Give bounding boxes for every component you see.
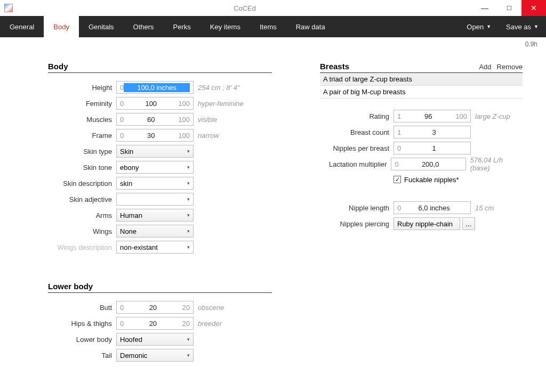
remove-button[interactable]: Remove [497,63,523,71]
tab-items[interactable]: Items [250,16,286,37]
hint-height: 254 cm ; 8' 4" [198,84,240,92]
tab-key-items[interactable]: Key items [200,16,250,37]
chevron-down-icon: ▾ [187,149,190,154]
tab-others[interactable]: Others [124,16,164,37]
chevron-down-icon: ▾ [187,165,190,170]
tab-raw-data[interactable]: Raw data [286,16,335,37]
caret-down-icon: ▼ [486,24,491,29]
chevron-down-icon: ▾ [187,353,190,358]
input-feminity[interactable]: 0100100 [116,97,194,110]
maximize-button[interactable]: ☐ [497,0,521,16]
list-item[interactable]: A triad of large Z-cup breasts [320,73,523,86]
combo-wings-desc[interactable]: non-existant▾ [116,241,194,254]
combo-skin-desc[interactable]: skin▾ [116,177,194,190]
tab-body[interactable]: Body [44,16,79,37]
chevron-down-icon: ▾ [187,213,190,218]
chevron-down-icon: ▾ [187,337,190,342]
label-feminity: Feminity [48,100,112,108]
save-as-label: Save as [506,23,531,31]
input-breast-count[interactable]: 13 [394,126,471,138]
window-title: CoCEd [17,4,472,12]
chevron-down-icon: ▾ [187,244,190,250]
chevron-down-icon: ▾ [187,181,190,186]
navbar: General Body Genitals Others Perks Key i… [0,16,546,37]
minimize-button[interactable]: — [472,0,497,16]
input-height[interactable]: 0 100,0 inches [116,81,194,94]
combo-arms[interactable]: Human▾ [116,209,194,222]
chevron-down-icon: ▾ [187,228,190,234]
list-item[interactable]: A pair of big M-cup breasts [320,86,523,99]
open-label: Open [467,23,484,31]
version-label: 0.9h [525,40,537,48]
combo-tail[interactable]: Demonic▾ [116,349,194,362]
caret-down-icon: ▼ [534,24,539,29]
input-hips[interactable]: 02020 [116,317,194,330]
input-muscles[interactable]: 060100 [116,113,194,126]
input-nipple-length[interactable]: 06,0 inches [394,201,471,214]
checkbox-fuckable[interactable]: ✓ [394,176,401,183]
chevron-down-icon: ▾ [187,197,190,202]
section-body-title: Body [48,62,272,73]
combo-wings[interactable]: None▾ [116,225,194,238]
checkbox-fuckable-label: Fuckable nipples* [404,176,459,184]
tab-genitals[interactable]: Genitals [79,16,124,37]
input-nipples-per[interactable]: 01 [394,142,471,154]
section-lowerbody-title: Lower body [48,282,272,293]
tab-general[interactable]: General [0,16,44,37]
tab-perks[interactable]: Perks [164,16,200,37]
combo-piercing[interactable]: Ruby nipple-chain [394,217,460,230]
combo-skin-tone[interactable]: ebony▾ [116,161,194,174]
combo-lower-body[interactable]: Hoofed▾ [116,333,194,346]
combo-skin-type[interactable]: Skin▾ [116,145,194,158]
input-frame[interactable]: 030100 [116,129,194,142]
save-as-menu[interactable]: Save as▼ [499,16,546,37]
add-button[interactable]: Add [479,63,491,71]
close-button[interactable]: ✕ [521,0,546,16]
input-lactation[interactable]: 0200,0 [391,158,465,170]
open-menu[interactable]: Open▼ [459,16,499,37]
app-icon [4,4,13,12]
label-height: Height [48,84,112,92]
piercing-details-button[interactable]: ... [462,217,475,230]
section-breasts-title: Breasts [320,62,349,71]
combo-skin-adj[interactable]: ▾ [116,193,194,206]
input-rating[interactable]: 196100 [394,110,471,123]
titlebar: CoCEd — ☐ ✕ [0,0,546,16]
input-butt[interactable]: 02020 [116,301,194,314]
